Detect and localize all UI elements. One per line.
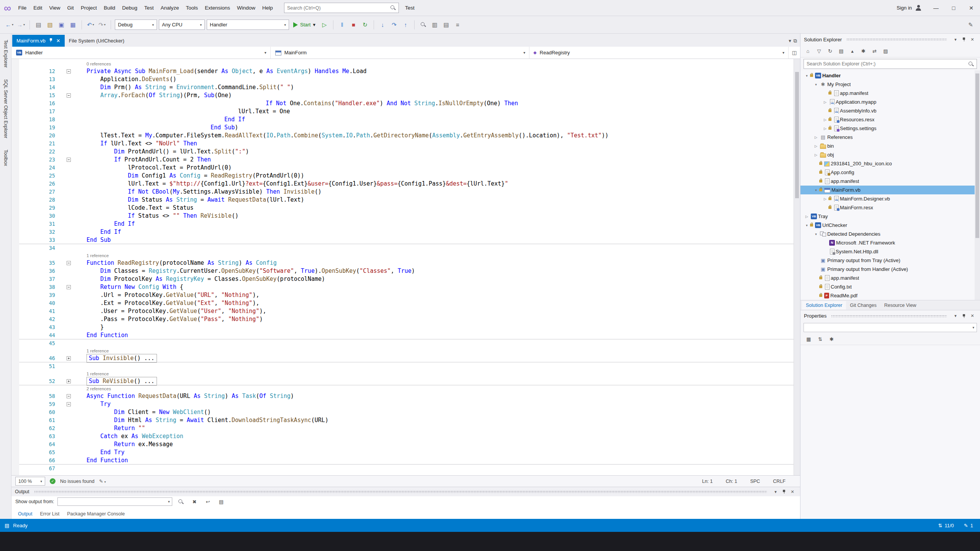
code-text[interactable]: End Sub) <box>73 124 238 132</box>
stop-icon[interactable]: ■ <box>349 20 358 30</box>
menu-item-project[interactable]: Project <box>77 3 100 13</box>
alphabetical-icon[interactable]: ⇅ <box>815 334 825 344</box>
expand-region-icon[interactable] <box>67 379 71 383</box>
code-text[interactable]: If Status <> "" Then ReVisible() <box>73 212 238 220</box>
codelens-link[interactable]: 1 reference <box>73 370 109 377</box>
panel-tab-package-manager-console[interactable]: Package Manager Console <box>64 510 128 518</box>
code-text[interactable]: Dim ProtocolKey As RegistryKey = Classes… <box>73 275 325 283</box>
zoom-selector[interactable]: 100 % ▾ <box>15 477 45 486</box>
window-layout-icon[interactable]: ⧉ <box>794 38 797 44</box>
collapse-region-icon[interactable] <box>67 158 71 162</box>
tree-item[interactable]: ▾VBUrlChecker <box>800 221 980 230</box>
open-file-icon[interactable]: ▧ <box>45 20 55 30</box>
chevron-down-icon[interactable]: ▾ <box>789 38 791 44</box>
close-icon[interactable]: ✕ <box>968 313 977 318</box>
tree-item[interactable]: ▷obj <box>800 150 980 159</box>
tree-item[interactable]: App.config <box>800 168 980 177</box>
code-area[interactable]: 0 references12Private Async Sub MainForm… <box>11 59 794 475</box>
pin-icon[interactable] <box>960 314 968 318</box>
editor-vertical-scrollbar[interactable] <box>794 59 800 475</box>
chevron-down-icon[interactable]: ▾ <box>951 313 960 318</box>
tool-tab-test-explorer[interactable]: Test Explorer <box>3 40 8 68</box>
collapsed-region-box[interactable]: Sub ReVisible() ... <box>87 377 157 386</box>
expand-icon[interactable]: ▷ <box>813 135 819 139</box>
codelens-link[interactable]: 1 reference <box>73 347 109 354</box>
code-text[interactable]: Try <box>73 400 111 408</box>
pin-icon[interactable] <box>960 37 968 42</box>
undo-icon[interactable]: ↶▾ <box>86 20 95 30</box>
step-over-icon[interactable]: ↷ <box>389 20 399 30</box>
split-window-button[interactable]: ◫ <box>789 47 800 59</box>
code-text[interactable]: End If <box>73 228 121 236</box>
search-input[interactable] <box>287 5 390 11</box>
code-text[interactable]: Return ex.Message <box>73 440 173 448</box>
tool-tab-toolbox[interactable]: Toolbox <box>3 150 8 166</box>
code-text[interactable]: Dim ProtAndUrl() = lUrl.Text.Split(":") <box>73 148 249 156</box>
code-text[interactable]: End If <box>73 220 135 228</box>
tree-item[interactable]: ▷VBTray <box>800 212 980 221</box>
code-text[interactable]: Sub ReVisible() ... <box>73 377 157 385</box>
messages-icon[interactable]: ▤ <box>216 497 226 507</box>
sync-with-active-document-icon[interactable]: ⇄ <box>869 46 880 56</box>
menu-item-view[interactable]: View <box>46 3 64 13</box>
docs-icon[interactable]: ▤ <box>441 20 451 30</box>
code-cleanup-icon[interactable]: ✎ ▾ <box>99 478 106 484</box>
tree-item[interactable]: ▷VBApplication.myapp <box>800 98 980 106</box>
collapse-icon[interactable]: ▾ <box>813 83 819 86</box>
codelens-link[interactable]: 0 references <box>73 60 111 67</box>
platform-combobox[interactable]: Any CPU▾ <box>159 20 205 30</box>
menu-item-help[interactable]: Help <box>259 3 276 13</box>
break-all-icon[interactable]: ‖ <box>337 20 347 30</box>
code-text[interactable]: Function ReadRegistry(protocolName As St… <box>73 259 277 267</box>
expand-icon[interactable]: ▷ <box>822 100 828 104</box>
tree-item[interactable]: app.manifest <box>800 89 980 98</box>
menu-item-debug[interactable]: Debug <box>119 3 141 13</box>
status-commits[interactable]: ⇅11/0 <box>938 523 954 528</box>
pin-icon[interactable] <box>49 38 53 44</box>
solution-search-input[interactable] <box>807 61 966 67</box>
spaces-indicator[interactable]: SPC <box>750 479 760 484</box>
tree-item[interactable]: ▷Settings.settings <box>800 124 980 133</box>
line-ending-indicator[interactable]: CRLF <box>773 479 786 484</box>
tree-item[interactable]: PReadMe.pdf <box>800 291 980 300</box>
save-icon[interactable]: ▣ <box>57 20 66 30</box>
expand-icon[interactable]: ▷ <box>822 118 828 122</box>
solution-platforms-icon[interactable]: ▥ <box>430 20 439 30</box>
feedback-icon[interactable]: ✎ <box>966 20 975 30</box>
code-text[interactable]: .Pass = ProtocolKey.GetValue("Pass", "No… <box>73 315 263 323</box>
code-text[interactable]: lUrl.Text = $"http://{Config1.Url}?ext={… <box>73 180 508 188</box>
redo-icon[interactable]: ↷▾ <box>97 20 107 30</box>
run-without-debug-icon[interactable]: ▷ <box>320 20 329 30</box>
expand-icon[interactable]: ▷ <box>804 215 810 218</box>
code-text[interactable]: Dim Client = New WebClient() <box>73 408 211 416</box>
menu-item-extensions[interactable]: Extensions <box>201 3 234 13</box>
expand-icon[interactable]: ▷ <box>822 127 828 130</box>
collapse-icon[interactable]: ▾ <box>804 74 810 78</box>
property-pages-icon[interactable]: ✱ <box>826 334 837 344</box>
code-text[interactable]: Array.ForEach(Of String)(Prm, Sub(One) <box>73 91 232 99</box>
column-indicator[interactable]: Ch: 1 <box>726 479 737 484</box>
expand-region-icon[interactable] <box>67 356 71 360</box>
tree-item[interactable]: ▣Primary output from Tray (Active) <box>800 256 980 265</box>
panel-drag-handle[interactable] <box>831 315 947 317</box>
code-text[interactable]: Dim Html As String = Await Client.Downlo… <box>73 416 328 424</box>
output-source-dropdown[interactable]: ▾ <box>57 497 172 506</box>
step-out-icon[interactable]: ↑ <box>401 20 410 30</box>
code-text[interactable]: End Function <box>73 331 128 339</box>
collapse-region-icon[interactable] <box>67 69 71 73</box>
code-text[interactable]: Return New Config With { <box>73 283 183 291</box>
code-text[interactable]: Application.DoEvents() <box>73 75 176 83</box>
code-text[interactable]: lCode.Text = Status <box>73 204 194 212</box>
collapse-all-icon[interactable]: ▴ <box>847 46 858 56</box>
tree-item[interactable]: Config.txt <box>800 282 980 291</box>
solution-explorer-search[interactable] <box>804 59 977 69</box>
show-all-files-icon[interactable]: ▤ <box>836 46 846 56</box>
tree-item[interactable]: ▾✱My Project <box>800 80 980 89</box>
collapse-region-icon[interactable] <box>67 402 71 406</box>
chevron-down-icon[interactable]: ▾ <box>951 37 960 42</box>
tree-item[interactable]: ▣Primary output from Handler (Active) <box>800 265 980 274</box>
panel-tab-git-changes[interactable]: Git Changes <box>846 301 880 310</box>
collapse-region-icon[interactable] <box>67 285 71 289</box>
menu-item-test[interactable]: Test <box>141 3 157 13</box>
find-in-files-icon[interactable] <box>418 20 428 30</box>
